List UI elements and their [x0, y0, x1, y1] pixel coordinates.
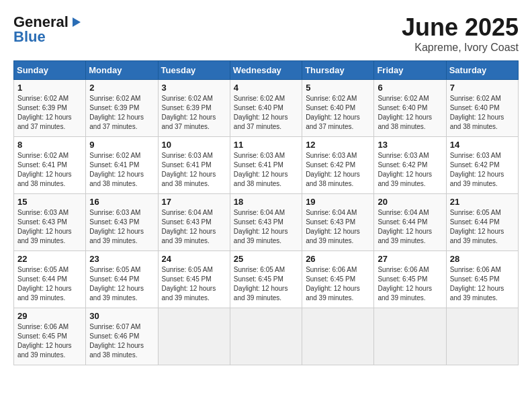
day-info: Sunrise: 6:06 AM Sunset: 6:45 PM Dayligh…	[17, 322, 82, 360]
logo: General Blue	[13, 13, 82, 46]
day-number: 30	[89, 311, 154, 321]
day-header-sunday: Sunday	[14, 61, 86, 80]
day-number: 29	[17, 311, 82, 321]
day-number: 19	[306, 197, 370, 207]
calendar-cell: 16Sunrise: 6:03 AM Sunset: 6:43 PM Dayli…	[86, 194, 158, 251]
day-number: 24	[162, 254, 226, 264]
calendar-cell: 14Sunrise: 6:03 AM Sunset: 6:42 PM Dayli…	[446, 137, 518, 194]
day-number: 5	[306, 83, 370, 93]
day-info: Sunrise: 6:04 AM Sunset: 6:44 PM Dayligh…	[378, 208, 442, 246]
day-number: 6	[378, 83, 442, 93]
calendar-table: SundayMondayTuesdayWednesdayThursdayFrid…	[13, 60, 519, 365]
day-number: 8	[17, 140, 82, 150]
day-info: Sunrise: 6:02 AM Sunset: 6:41 PM Dayligh…	[17, 151, 82, 189]
day-number: 28	[450, 254, 515, 264]
day-number: 4	[234, 83, 298, 93]
day-number: 23	[89, 254, 154, 264]
day-info: Sunrise: 6:03 AM Sunset: 6:41 PM Dayligh…	[234, 151, 298, 189]
calendar-cell: 26Sunrise: 6:06 AM Sunset: 6:45 PM Dayli…	[302, 251, 374, 308]
calendar-cell: 17Sunrise: 6:04 AM Sunset: 6:43 PM Dayli…	[158, 194, 230, 251]
day-number: 20	[378, 197, 442, 207]
day-info: Sunrise: 6:06 AM Sunset: 6:45 PM Dayligh…	[378, 265, 442, 303]
day-info: Sunrise: 6:04 AM Sunset: 6:43 PM Dayligh…	[162, 208, 226, 246]
page-header: General Blue June 2025 Kapreme, Ivory Co…	[13, 13, 519, 54]
day-header-friday: Friday	[374, 61, 446, 80]
day-number: 26	[306, 254, 370, 264]
day-info: Sunrise: 6:03 AM Sunset: 6:42 PM Dayligh…	[378, 151, 442, 189]
day-header-tuesday: Tuesday	[158, 61, 230, 80]
calendar-cell	[302, 308, 374, 365]
day-header-thursday: Thursday	[302, 61, 374, 80]
calendar-cell: 2Sunrise: 6:02 AM Sunset: 6:39 PM Daylig…	[86, 80, 158, 137]
day-number: 16	[89, 197, 154, 207]
day-number: 11	[234, 140, 298, 150]
day-number: 15	[17, 197, 82, 207]
calendar-week-2: 8Sunrise: 6:02 AM Sunset: 6:41 PM Daylig…	[14, 137, 519, 194]
day-info: Sunrise: 6:02 AM Sunset: 6:39 PM Dayligh…	[89, 94, 154, 132]
calendar-cell: 1Sunrise: 6:02 AM Sunset: 6:39 PM Daylig…	[14, 80, 86, 137]
calendar-cell: 15Sunrise: 6:03 AM Sunset: 6:43 PM Dayli…	[14, 194, 86, 251]
calendar-cell: 8Sunrise: 6:02 AM Sunset: 6:41 PM Daylig…	[14, 137, 86, 194]
day-info: Sunrise: 6:02 AM Sunset: 6:40 PM Dayligh…	[450, 94, 515, 132]
day-number: 12	[306, 140, 370, 150]
calendar-cell: 28Sunrise: 6:06 AM Sunset: 6:45 PM Dayli…	[446, 251, 518, 308]
calendar-cell: 13Sunrise: 6:03 AM Sunset: 6:42 PM Dayli…	[374, 137, 446, 194]
calendar-cell: 29Sunrise: 6:06 AM Sunset: 6:45 PM Dayli…	[14, 308, 86, 365]
calendar-cell: 9Sunrise: 6:02 AM Sunset: 6:41 PM Daylig…	[86, 137, 158, 194]
calendar-cell: 20Sunrise: 6:04 AM Sunset: 6:44 PM Dayli…	[374, 194, 446, 251]
day-info: Sunrise: 6:03 AM Sunset: 6:42 PM Dayligh…	[306, 151, 370, 189]
day-info: Sunrise: 6:04 AM Sunset: 6:43 PM Dayligh…	[234, 208, 298, 246]
day-info: Sunrise: 6:03 AM Sunset: 6:43 PM Dayligh…	[89, 208, 154, 246]
day-info: Sunrise: 6:05 AM Sunset: 6:45 PM Dayligh…	[234, 265, 298, 303]
day-number: 18	[234, 197, 298, 207]
day-info: Sunrise: 6:03 AM Sunset: 6:42 PM Dayligh…	[450, 151, 515, 189]
day-number: 7	[450, 83, 515, 93]
svg-marker-0	[73, 17, 81, 27]
day-header-saturday: Saturday	[446, 61, 518, 80]
calendar-cell: 11Sunrise: 6:03 AM Sunset: 6:41 PM Dayli…	[230, 137, 302, 194]
calendar-cell: 25Sunrise: 6:05 AM Sunset: 6:45 PM Dayli…	[230, 251, 302, 308]
day-info: Sunrise: 6:02 AM Sunset: 6:40 PM Dayligh…	[378, 94, 442, 132]
day-info: Sunrise: 6:03 AM Sunset: 6:43 PM Dayligh…	[17, 208, 82, 246]
day-info: Sunrise: 6:06 AM Sunset: 6:45 PM Dayligh…	[450, 265, 515, 303]
logo-arrow-icon	[70, 16, 82, 28]
day-info: Sunrise: 6:02 AM Sunset: 6:40 PM Dayligh…	[306, 94, 370, 132]
calendar-cell: 30Sunrise: 6:07 AM Sunset: 6:46 PM Dayli…	[86, 308, 158, 365]
day-info: Sunrise: 6:03 AM Sunset: 6:41 PM Dayligh…	[162, 151, 226, 189]
day-info: Sunrise: 6:02 AM Sunset: 6:41 PM Dayligh…	[89, 151, 154, 189]
day-number: 13	[378, 140, 442, 150]
calendar-cell: 21Sunrise: 6:05 AM Sunset: 6:44 PM Dayli…	[446, 194, 518, 251]
day-number: 9	[89, 140, 154, 150]
day-header-monday: Monday	[86, 61, 158, 80]
calendar-cell: 18Sunrise: 6:04 AM Sunset: 6:43 PM Dayli…	[230, 194, 302, 251]
calendar-title: June 2025	[402, 13, 519, 42]
day-number: 21	[450, 197, 515, 207]
title-area: June 2025 Kapreme, Ivory Coast	[402, 13, 519, 54]
calendar-cell	[230, 308, 302, 365]
calendar-cell	[158, 308, 230, 365]
calendar-cell: 10Sunrise: 6:03 AM Sunset: 6:41 PM Dayli…	[158, 137, 230, 194]
logo-blue-text: Blue	[13, 28, 46, 46]
day-info: Sunrise: 6:05 AM Sunset: 6:44 PM Dayligh…	[450, 208, 515, 246]
day-header-wednesday: Wednesday	[230, 61, 302, 80]
day-info: Sunrise: 6:05 AM Sunset: 6:44 PM Dayligh…	[17, 265, 82, 303]
calendar-cell	[446, 308, 518, 365]
calendar-week-1: 1Sunrise: 6:02 AM Sunset: 6:39 PM Daylig…	[14, 80, 519, 137]
day-info: Sunrise: 6:02 AM Sunset: 6:40 PM Dayligh…	[234, 94, 298, 132]
calendar-cell: 3Sunrise: 6:02 AM Sunset: 6:39 PM Daylig…	[158, 80, 230, 137]
calendar-header-row: SundayMondayTuesdayWednesdayThursdayFrid…	[14, 61, 519, 80]
day-number: 25	[234, 254, 298, 264]
calendar-cell: 22Sunrise: 6:05 AM Sunset: 6:44 PM Dayli…	[14, 251, 86, 308]
day-info: Sunrise: 6:07 AM Sunset: 6:46 PM Dayligh…	[89, 322, 154, 360]
calendar-cell: 24Sunrise: 6:05 AM Sunset: 6:45 PM Dayli…	[158, 251, 230, 308]
day-number: 22	[17, 254, 82, 264]
day-number: 27	[378, 254, 442, 264]
day-info: Sunrise: 6:02 AM Sunset: 6:39 PM Dayligh…	[17, 94, 82, 132]
day-number: 10	[162, 140, 226, 150]
day-number: 1	[17, 83, 82, 93]
day-info: Sunrise: 6:02 AM Sunset: 6:39 PM Dayligh…	[162, 94, 226, 132]
day-number: 14	[450, 140, 515, 150]
day-info: Sunrise: 6:05 AM Sunset: 6:44 PM Dayligh…	[89, 265, 154, 303]
calendar-cell	[374, 308, 446, 365]
calendar-cell: 27Sunrise: 6:06 AM Sunset: 6:45 PM Dayli…	[374, 251, 446, 308]
